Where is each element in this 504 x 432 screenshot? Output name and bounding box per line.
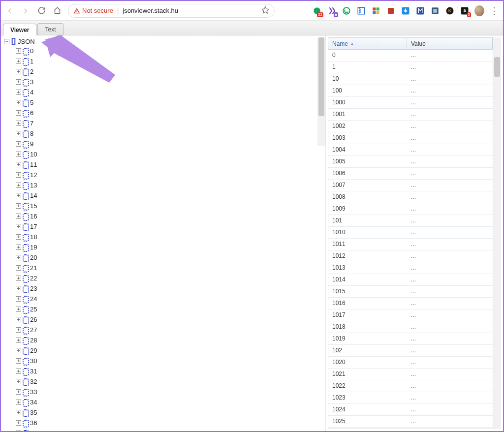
tree-node[interactable]: +18 (2, 232, 324, 242)
expand-icon[interactable]: + (16, 420, 21, 426)
tree-node[interactable]: +24 (2, 294, 324, 304)
grid-row[interactable]: 1019... (328, 333, 493, 345)
expand-icon[interactable]: + (16, 379, 21, 384)
tree-node[interactable]: +3 (2, 77, 324, 87)
column-header-name[interactable]: Name ▲ (328, 38, 407, 49)
browser-menu-icon[interactable]: ⋮ (489, 6, 499, 16)
tree-node[interactable]: +2 (2, 66, 324, 77)
expand-icon[interactable]: + (16, 348, 21, 353)
expand-icon[interactable]: + (16, 90, 21, 95)
grid-row[interactable]: 10... (328, 73, 493, 85)
tree-node[interactable]: +36 (2, 418, 324, 428)
grid-row[interactable]: 1018... (328, 321, 493, 333)
expand-icon[interactable]: + (16, 358, 21, 364)
tree-node[interactable]: +4 (2, 87, 324, 97)
grid-scrollbar[interactable] (493, 37, 501, 429)
extension-icon[interactable] (386, 6, 396, 16)
tree-node[interactable]: +35 (2, 407, 324, 418)
tree-node[interactable]: +22 (2, 273, 324, 283)
tree-node[interactable]: +12 (2, 170, 324, 180)
tree-node[interactable]: +15 (2, 201, 324, 211)
expand-icon[interactable]: + (16, 110, 21, 116)
expand-icon[interactable]: + (16, 79, 21, 85)
grid-row[interactable]: 1011... (328, 239, 493, 250)
tree-root-node[interactable]: − [] JSON (2, 37, 324, 46)
tree-node[interactable]: +32 (2, 376, 324, 387)
extension-icon[interactable]: ■ (327, 6, 337, 16)
address-bar[interactable]: Not secure | jsonviewer.stack.hu (68, 4, 275, 18)
back-button[interactable] (5, 6, 15, 16)
grid-row[interactable]: 1013... (328, 262, 493, 274)
tree-node[interactable]: +37 (2, 428, 324, 431)
grid-row[interactable]: 1016... (328, 298, 493, 309)
scrollbar-thumb[interactable] (494, 57, 500, 77)
extension-icon[interactable] (401, 6, 410, 16)
extension-icon[interactable]: K (445, 6, 455, 16)
grid-row[interactable]: 1009... (328, 203, 493, 215)
tree-node[interactable]: +21 (2, 263, 324, 273)
tree-node[interactable]: +20 (2, 252, 324, 263)
grid-row[interactable]: 1003... (328, 132, 493, 144)
expand-icon[interactable]: + (16, 69, 21, 74)
tree-scrollbar[interactable] (317, 37, 325, 146)
grid-row[interactable]: 1... (328, 62, 493, 73)
column-header-value[interactable]: Value (407, 38, 493, 49)
expand-icon[interactable]: + (16, 400, 21, 405)
grid-row[interactable]: 1015... (328, 286, 493, 298)
tree-node[interactable]: +33 (2, 387, 324, 397)
expand-icon[interactable]: + (16, 255, 21, 260)
expand-icon[interactable]: + (16, 183, 21, 188)
expand-icon[interactable]: + (16, 152, 21, 157)
grid-row[interactable]: 1012... (328, 250, 493, 262)
extension-icon[interactable] (430, 6, 440, 16)
expand-icon[interactable]: + (16, 214, 21, 219)
expand-icon[interactable]: + (16, 389, 21, 395)
forward-button[interactable] (21, 6, 31, 16)
expand-icon[interactable]: + (16, 172, 21, 178)
expand-icon[interactable]: + (16, 410, 21, 415)
expand-icon[interactable]: + (16, 317, 21, 322)
grid-row[interactable]: 0... (328, 50, 493, 62)
grid-row[interactable]: 1023... (328, 392, 493, 404)
tree-node[interactable]: +13 (2, 180, 324, 190)
expand-icon[interactable]: + (16, 327, 21, 333)
grid-row[interactable]: 1008... (328, 191, 493, 203)
extension-icon[interactable]: 32 (312, 6, 322, 16)
grid-row[interactable]: 1006... (328, 168, 493, 180)
expand-icon[interactable]: + (16, 276, 21, 281)
tree-node[interactable]: +30 (2, 356, 324, 366)
tab-viewer[interactable]: Viewer (3, 24, 36, 35)
tree-node[interactable]: +34 (2, 397, 324, 407)
expand-icon[interactable]: + (16, 431, 21, 431)
tree-node[interactable]: +14 (2, 190, 324, 201)
grid-row[interactable]: 1002... (328, 121, 493, 132)
grid-row[interactable]: 1005... (328, 156, 493, 168)
grid-row[interactable]: 101... (328, 215, 493, 227)
expand-icon[interactable]: + (16, 59, 21, 64)
tree-node[interactable]: +0 (2, 46, 324, 56)
tree-node[interactable]: +27 (2, 325, 324, 335)
expand-icon[interactable]: + (16, 307, 21, 312)
expand-icon[interactable]: + (16, 121, 21, 126)
grid-row[interactable]: 1017... (328, 309, 493, 321)
profile-avatar[interactable] (474, 6, 484, 16)
grid-row[interactable]: 1022... (328, 380, 493, 392)
tree-node[interactable]: +19 (2, 242, 324, 252)
tree-node[interactable]: +10 (2, 149, 324, 159)
home-button[interactable] (52, 6, 62, 16)
expand-icon[interactable]: + (16, 141, 21, 147)
tree-node[interactable]: +16 (2, 211, 324, 221)
expand-icon[interactable]: + (16, 203, 21, 209)
grid-row[interactable]: 1010... (328, 227, 493, 239)
extension-icon[interactable] (342, 6, 351, 16)
expand-icon[interactable]: + (16, 100, 21, 105)
grid-row[interactable]: 1021... (328, 369, 493, 380)
tree-node[interactable]: +7 (2, 118, 324, 128)
extension-icon[interactable]: a5 (460, 6, 470, 16)
bookmark-star-icon[interactable] (261, 6, 269, 15)
grid-row[interactable]: 102... (328, 345, 493, 357)
grid-row[interactable]: 100... (328, 85, 493, 97)
expand-icon[interactable]: + (16, 224, 21, 229)
extension-icon[interactable] (371, 6, 381, 16)
tree-node[interactable]: +6 (2, 108, 324, 118)
